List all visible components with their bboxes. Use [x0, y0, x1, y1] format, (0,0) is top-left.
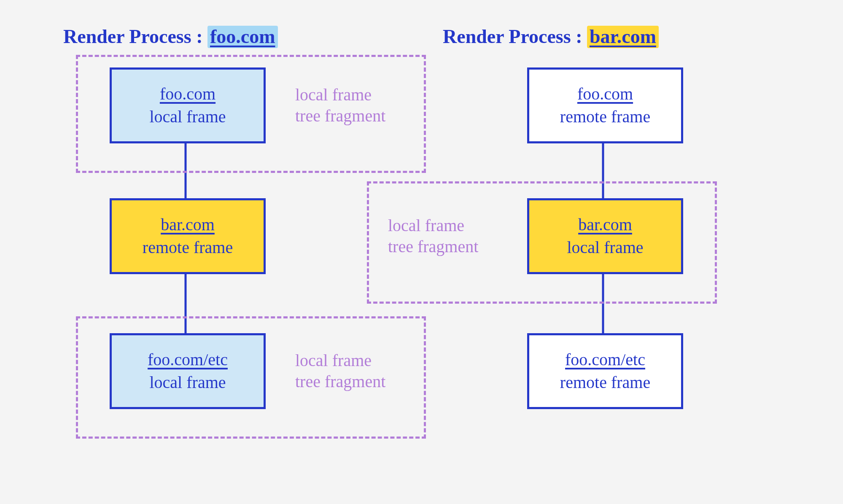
right-frame-0-type: remote frame	[560, 105, 650, 128]
left-header-site: foo.com	[207, 26, 278, 48]
right-frame-2-url: foo.com/etc	[565, 348, 645, 371]
left-frame-1: bar.com remote frame	[110, 198, 266, 274]
left-process-header: Render Process : foo.com	[63, 25, 278, 48]
left-frame-2-type: local frame	[150, 371, 226, 394]
right-frame-1-type: local frame	[567, 236, 644, 259]
right-frame-0: foo.com remote frame	[527, 67, 683, 143]
left-frame-2: foo.com/etc local frame	[110, 333, 266, 409]
left-frame-1-url: bar.com	[161, 213, 215, 236]
right-frame-0-url: foo.com	[577, 83, 633, 105]
left-header-prefix: Render Process :	[63, 26, 207, 47]
left-frame-1-type: remote frame	[143, 236, 233, 259]
left-annotation-top: local frametree fragment	[295, 84, 385, 127]
right-frame-2: foo.com/etc remote frame	[527, 333, 683, 409]
right-process-header: Render Process : bar.com	[443, 25, 659, 48]
right-frame-2-type: remote frame	[560, 371, 650, 394]
left-frame-2-url: foo.com/etc	[148, 348, 228, 371]
right-header-prefix: Render Process :	[443, 26, 587, 47]
right-header-site: bar.com	[587, 26, 659, 48]
left-annotation-bottom: local frametree fragment	[295, 350, 385, 392]
left-frame-0-url: foo.com	[160, 83, 215, 105]
left-frame-0: foo.com local frame	[110, 67, 266, 143]
diagram-canvas: Render Process : foo.com Render Process …	[0, 0, 843, 504]
right-frame-1-url: bar.com	[578, 213, 632, 236]
right-annotation-middle: local frametree fragment	[388, 215, 478, 257]
right-frame-1: bar.com local frame	[527, 198, 683, 274]
left-frame-0-type: local frame	[150, 105, 226, 128]
